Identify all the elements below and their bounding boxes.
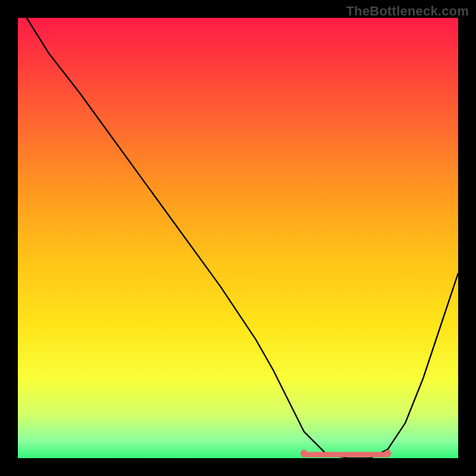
minimum-highlight-dot-left <box>300 450 308 457</box>
bottleneck-curve-path <box>27 18 458 458</box>
chart-frame: TheBottleneck.com <box>0 0 476 476</box>
minimum-highlight-dot-right <box>384 450 392 457</box>
watermark-label: TheBottleneck.com <box>346 4 469 19</box>
plot-area <box>18 18 458 458</box>
chart-svg <box>18 18 458 458</box>
